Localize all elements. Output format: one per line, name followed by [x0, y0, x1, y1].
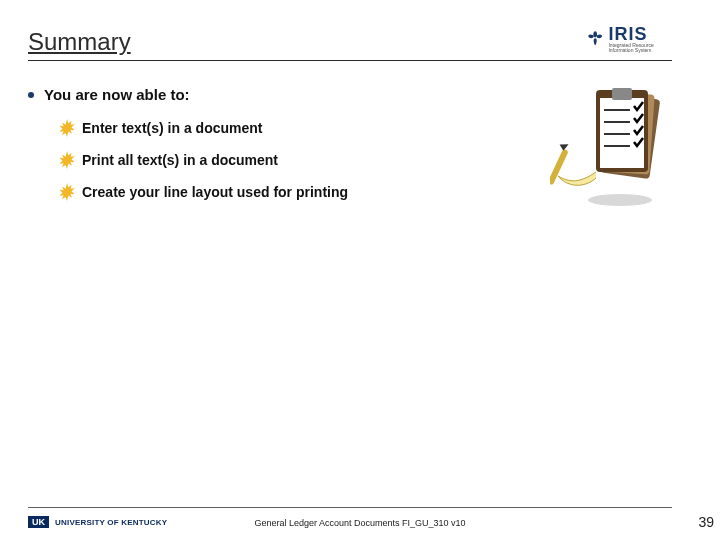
footer-divider	[28, 507, 672, 508]
list-item-text: Print all text(s) in a document	[82, 152, 278, 168]
header: Summary	[28, 28, 672, 72]
svg-marker-11	[558, 141, 569, 152]
svg-rect-5	[612, 88, 632, 100]
iris-logo: IRIS Integrated Resource Information Sys…	[586, 18, 672, 60]
lead-text: You are now able to:	[44, 86, 190, 103]
iris-logo-text: IRIS Integrated Resource Information Sys…	[608, 25, 672, 53]
iris-brand: IRIS	[608, 25, 672, 43]
clipboard-checklist-icon	[550, 88, 660, 208]
slide: Summary IRIS Integrated Resource Informa…	[0, 0, 720, 540]
iris-subtitle: Integrated Resource Information System	[608, 43, 672, 53]
starburst-icon	[58, 183, 76, 201]
starburst-icon	[58, 119, 76, 137]
list-item-text: Enter text(s) in a document	[82, 120, 262, 136]
footer-doc-title: General Ledger Account Documents FI_GU_3…	[0, 518, 720, 528]
title-underline	[28, 60, 672, 61]
starburst-icon	[58, 151, 76, 169]
list-item-text: Create your line layout used for printin…	[82, 184, 348, 200]
page-title: Summary	[28, 28, 672, 56]
page-number: 39	[698, 514, 714, 530]
bullet-dot-icon	[28, 92, 34, 98]
svg-point-0	[588, 194, 652, 206]
iris-flower-icon	[586, 26, 604, 52]
